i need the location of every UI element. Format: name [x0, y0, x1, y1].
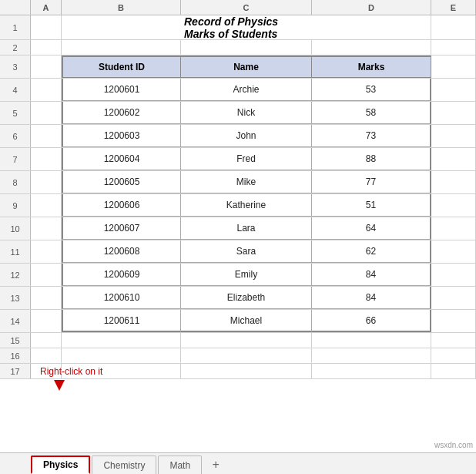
cell-c11[interactable]: Sara	[181, 240, 312, 263]
cell-b10[interactable]: 1200607	[62, 217, 181, 240]
cell-c17[interactable]	[181, 364, 312, 378]
row-7: 7 1200604 Fred 88	[0, 148, 476, 171]
cell-c7[interactable]: Fred	[181, 148, 312, 170]
cell-d9[interactable]: 51	[312, 194, 431, 217]
cell-c5[interactable]: Nick	[181, 102, 312, 124]
tab-math[interactable]: Math	[158, 456, 202, 474]
cell-d14[interactable]: 66	[312, 310, 431, 332]
cell-a16[interactable]	[31, 348, 62, 363]
cell-c14[interactable]: Michael	[181, 310, 312, 332]
cell-a8[interactable]	[31, 171, 62, 193]
cell-a3[interactable]	[31, 55, 62, 78]
cell-d8[interactable]: 77	[312, 171, 431, 193]
cell-a1[interactable]	[31, 15, 62, 39]
cell-d3-header: Marks	[312, 55, 431, 78]
cell-b12[interactable]: 1200609	[62, 264, 181, 286]
row-15: 15	[0, 333, 476, 348]
cell-c4[interactable]: Archie	[181, 79, 312, 101]
cell-b5[interactable]: 1200602	[62, 102, 181, 124]
cell-c12[interactable]: Emily	[181, 264, 312, 286]
row-6: 6 1200603 John 73	[0, 125, 476, 148]
cell-b3-header: Student ID	[62, 55, 181, 78]
cell-d7[interactable]: 88	[312, 148, 431, 170]
cell-a10[interactable]	[31, 217, 62, 240]
cell-c8[interactable]: Mike	[181, 171, 312, 193]
cell-e2	[431, 40, 476, 55]
cell-c2[interactable]	[181, 40, 312, 55]
data-rows: 4 1200601 Archie 53 5 1200602 Nick 58 6 …	[0, 79, 476, 333]
cell-a11[interactable]	[31, 240, 62, 263]
row-num-17: 17	[0, 364, 31, 378]
column-headers: A B C D E	[0, 0, 476, 15]
cell-b4[interactable]: 1200601	[62, 79, 181, 101]
cell-a4[interactable]	[31, 79, 62, 101]
cell-a9[interactable]	[31, 194, 62, 217]
cell-d16[interactable]	[312, 348, 431, 363]
cell-d11[interactable]: 62	[312, 240, 431, 263]
cell-b15[interactable]	[62, 333, 181, 348]
cell-b2[interactable]	[62, 40, 181, 55]
cell-b7[interactable]: 1200604	[62, 148, 181, 170]
annotation-area: Right-click on it	[40, 366, 102, 391]
cell-a14[interactable]	[31, 310, 62, 332]
cell-b9[interactable]: 1200606	[62, 194, 181, 217]
cell-c10[interactable]: Lara	[181, 217, 312, 240]
row-num-15: 15	[0, 333, 31, 348]
annotation-text: Right-click on it	[40, 366, 102, 377]
cell-b16[interactable]	[62, 348, 181, 363]
cell-a5[interactable]	[31, 102, 62, 124]
cell-d15[interactable]	[312, 333, 431, 348]
row-12: 12 1200609 Emily 84	[0, 264, 476, 287]
row-num-3: 3	[0, 55, 31, 78]
add-sheet-button[interactable]: +	[206, 456, 225, 474]
row-10: 10 1200607 Lara 64	[0, 217, 476, 240]
cell-d17[interactable]	[312, 364, 431, 378]
cell-a6[interactable]	[31, 125, 62, 147]
tab-chemistry[interactable]: Chemistry	[92, 456, 156, 474]
row-8: 8 1200605 Mike 77	[0, 171, 476, 194]
cell-d4[interactable]: 53	[312, 79, 431, 101]
row-11: 11 1200608 Sara 62	[0, 240, 476, 264]
cell-c9[interactable]: Katherine	[181, 194, 312, 217]
cell-e14	[431, 310, 476, 332]
cell-c1: Record of Physics Marks of Students	[181, 15, 312, 39]
col-header-d: D	[312, 0, 431, 15]
row-num-8: 8	[0, 171, 31, 193]
col-header-b: B	[62, 0, 181, 15]
cell-d2[interactable]	[312, 40, 431, 55]
cell-e16	[431, 348, 476, 363]
cell-e5	[431, 102, 476, 124]
cell-b13[interactable]: 1200610	[62, 287, 181, 309]
cell-e4	[431, 79, 476, 101]
cell-c6[interactable]: John	[181, 125, 312, 147]
cell-e11	[431, 240, 476, 263]
cell-a13[interactable]	[31, 287, 62, 309]
cell-c15[interactable]	[181, 333, 312, 348]
tab-physics[interactable]: Physics	[31, 456, 90, 474]
cell-d6[interactable]: 73	[312, 125, 431, 147]
col-header-e: E	[431, 0, 476, 15]
cell-b14[interactable]: 1200611	[62, 310, 181, 332]
cell-b8[interactable]: 1200605	[62, 171, 181, 193]
col-header-c: C	[181, 0, 312, 15]
watermark: wsxdn.com	[434, 441, 473, 449]
cell-a7[interactable]	[31, 148, 62, 170]
cell-a2[interactable]	[31, 40, 62, 55]
col-header-a: A	[31, 0, 62, 15]
cell-c13[interactable]: Elizabeth	[181, 287, 312, 309]
cell-a12[interactable]	[31, 264, 62, 286]
cell-b11[interactable]: 1200608	[62, 240, 181, 263]
row-num-10: 10	[0, 217, 31, 240]
cell-c3-header: Name	[181, 55, 312, 78]
cell-d13[interactable]: 84	[312, 287, 431, 309]
cell-d5[interactable]: 58	[312, 102, 431, 124]
cell-e15	[431, 333, 476, 348]
arrow-down-icon	[54, 380, 65, 391]
cell-d12[interactable]: 84	[312, 264, 431, 286]
cell-b6[interactable]: 1200603	[62, 125, 181, 147]
cell-d10[interactable]: 64	[312, 217, 431, 240]
cell-c16[interactable]	[181, 348, 312, 363]
row-1: 1 Record of Physics Marks of Students	[0, 15, 476, 40]
cell-a15[interactable]	[31, 333, 62, 348]
row-2: 2	[0, 40, 476, 55]
